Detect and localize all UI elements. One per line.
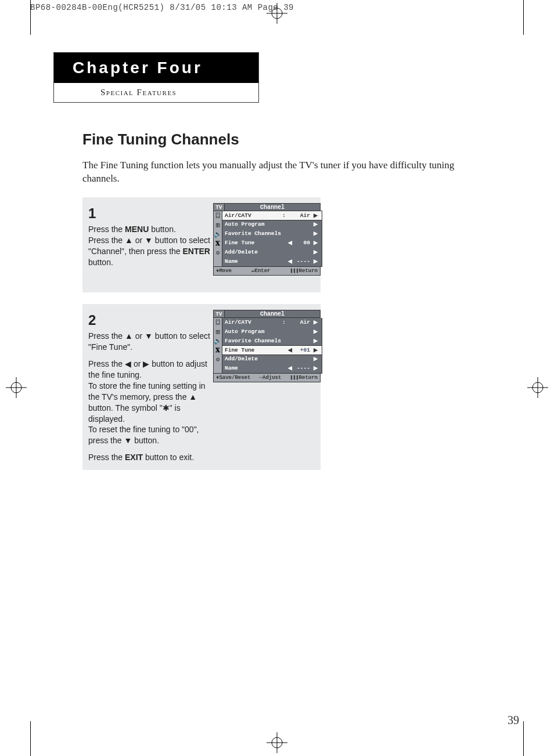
step-1-text: 1 Press the MENU button. Press the ▲ or … bbox=[82, 204, 213, 268]
osd-tv-badge: TV bbox=[213, 203, 225, 211]
registration-mark-bottom bbox=[267, 732, 287, 753]
channel-icon: 𝐗 bbox=[214, 346, 222, 355]
tv-icon: ⌼ bbox=[214, 211, 222, 220]
osd-tv-badge: TV bbox=[213, 310, 225, 318]
menu-label: Auto Program bbox=[225, 328, 281, 335]
osd-menu-item: Auto Program▶ bbox=[222, 327, 322, 337]
osd-menu-item: Fine Tune◀+01▶ bbox=[222, 345, 322, 355]
crop-mark bbox=[523, 721, 524, 756]
footer-return: ⫿⫿⫿Return bbox=[290, 267, 318, 274]
arrow-left-icon: ◀ bbox=[287, 365, 294, 371]
arrow-left-icon: ◀ bbox=[287, 258, 294, 264]
osd-footer: ♦Save/Reset ↔Adjust ⫿⫿⫿Return bbox=[213, 374, 321, 382]
arrow-right-icon: ▶ bbox=[312, 221, 319, 227]
tv-icon: ⌼ bbox=[214, 318, 222, 327]
menu-value: ---- bbox=[294, 258, 312, 265]
crop-mark bbox=[30, 0, 31, 35]
registration-mark-top bbox=[267, 3, 287, 24]
crop-mark bbox=[523, 0, 524, 35]
footer-save: ♦Save/Reset bbox=[216, 375, 250, 381]
arrow-right-icon: ▶ bbox=[312, 240, 319, 245]
osd-menu-item: Air/CATV:Air▶ bbox=[222, 211, 322, 220]
osd-rows: Air/CATV:Air▶Auto Program▶Favorite Chann… bbox=[222, 318, 322, 374]
step-2-p3: To store the fine tuning setting in the … bbox=[88, 381, 213, 425]
arrow-right-icon: ▶ bbox=[312, 356, 319, 361]
arrow-right-icon: ▶ bbox=[312, 319, 319, 325]
osd-menu-item: Add/Delete▶ bbox=[222, 248, 322, 257]
step-number: 2 bbox=[88, 311, 213, 330]
osd-menu-item: Add/Delete▶ bbox=[222, 355, 322, 364]
chapter-box: Chapter Four Special Features bbox=[53, 52, 259, 103]
arrow-right-icon: ▶ bbox=[312, 258, 319, 264]
menu-value: 00 bbox=[294, 240, 312, 246]
arrow-right-icon: ▶ bbox=[312, 365, 319, 371]
menu-value: ---- bbox=[294, 365, 312, 371]
osd-menu-2: TV Channel ⌼ ▥ 🔈 𝐗 ⚙ Air/CATV:Air▶Auto P… bbox=[213, 310, 321, 382]
registration-mark-left bbox=[6, 377, 27, 398]
osd-menu-item: Favorite Channels▶ bbox=[222, 229, 322, 238]
step-2-p2: Press the ◀ or ▶ button to adjust the fi… bbox=[88, 359, 213, 381]
footer-move: ♦Move bbox=[216, 268, 232, 274]
osd-icon-column: ⌼ ▥ 🔈 𝐗 ⚙ bbox=[213, 318, 222, 374]
picture-icon: ▥ bbox=[214, 327, 222, 337]
channel-icon: 𝐗 bbox=[214, 239, 222, 248]
osd-menu-item: Air/CATV:Air▶ bbox=[222, 318, 322, 327]
page-number: 39 bbox=[508, 714, 519, 727]
setup-icon: ⚙ bbox=[214, 248, 222, 258]
crop-mark bbox=[30, 721, 31, 756]
osd-menu-item: Fine Tune◀00▶ bbox=[222, 238, 322, 248]
step-2-p1: Press the ▲ or ▼ button to select "Fine … bbox=[88, 331, 213, 353]
osd-menu-item: Auto Program▶ bbox=[222, 220, 322, 229]
arrow-right-icon: ▶ bbox=[312, 347, 319, 353]
chapter-subtitle: Special Features bbox=[54, 83, 258, 102]
footer-adjust: ↔Adjust bbox=[255, 375, 285, 381]
step-2-p4: To reset the fine tuning to "00", press … bbox=[88, 424, 213, 446]
chapter-title: Chapter Four bbox=[54, 53, 258, 83]
arrow-right-icon: ▶ bbox=[312, 230, 319, 236]
step-1-panel: 1 Press the MENU button. Press the ▲ or … bbox=[82, 197, 321, 292]
osd-menu-item: Name◀----▶ bbox=[222, 257, 322, 266]
menu-label: Add/Delete bbox=[225, 249, 281, 255]
setup-icon: ⚙ bbox=[214, 355, 222, 364]
step-1-line2: Press the ▲ or ▼ button to select "Chann… bbox=[88, 235, 213, 268]
osd-icon-column: ⌼ ▥ 🔈 𝐗 ⚙ bbox=[213, 211, 222, 267]
sound-icon: 🔈 bbox=[214, 230, 222, 239]
menu-label: Fine Tune bbox=[225, 240, 281, 246]
step-1-line1: Press the MENU button. bbox=[88, 224, 213, 235]
arrow-right-icon: ▶ bbox=[312, 328, 319, 334]
arrow-right-icon: ▶ bbox=[312, 212, 319, 218]
picture-icon: ▥ bbox=[214, 220, 222, 230]
step-2-panel: 2 Press the ▲ or ▼ button to select "Fin… bbox=[82, 304, 321, 470]
step-2-text: 2 Press the ▲ or ▼ button to select "Fin… bbox=[82, 311, 213, 463]
menu-label: Favorite Channels bbox=[225, 230, 281, 237]
osd-menu-1: TV Channel ⌼ ▥ 🔈 𝐗 ⚙ Air/CATV:Air▶Auto P… bbox=[213, 203, 321, 276]
osd-menu-item: Name◀----▶ bbox=[222, 364, 322, 373]
sound-icon: 🔈 bbox=[214, 337, 222, 346]
menu-label: Name bbox=[225, 258, 281, 265]
osd-footer: ♦Move ↵Enter ⫿⫿⫿Return bbox=[213, 267, 321, 276]
menu-label: Favorite Channels bbox=[225, 338, 281, 344]
footer-enter: ↵Enter bbox=[236, 267, 286, 274]
arrow-right-icon: ▶ bbox=[312, 249, 319, 255]
page-content: Chapter Four Special Features Fine Tunin… bbox=[53, 52, 501, 470]
arrow-left-icon: ◀ bbox=[287, 347, 294, 353]
menu-label: Add/Delete bbox=[225, 356, 281, 362]
section-description: The Fine Tuning function lets you manual… bbox=[82, 159, 489, 186]
osd-rows: Air/CATV:Air▶Auto Program▶Favorite Chann… bbox=[222, 211, 322, 267]
menu-value: Air bbox=[294, 319, 312, 325]
arrow-left-icon: ◀ bbox=[287, 240, 294, 245]
osd-menu-item: Favorite Channels▶ bbox=[222, 337, 322, 346]
menu-label: Auto Program bbox=[225, 221, 281, 227]
step-number: 1 bbox=[88, 204, 213, 223]
menu-label: Air/CATV bbox=[225, 319, 281, 325]
menu-label: Fine Tune bbox=[225, 347, 281, 353]
arrow-right-icon: ▶ bbox=[312, 338, 319, 343]
osd-title: Channel bbox=[225, 310, 321, 318]
menu-value: +01 bbox=[294, 347, 312, 353]
menu-value: Air bbox=[294, 212, 312, 219]
menu-label: Name bbox=[225, 365, 281, 371]
registration-mark-right bbox=[527, 377, 548, 398]
step-2-p5: Press the EXIT button to exit. bbox=[88, 452, 213, 463]
osd-title: Channel bbox=[225, 203, 321, 211]
footer-return: ⫿⫿⫿Return bbox=[290, 374, 318, 381]
